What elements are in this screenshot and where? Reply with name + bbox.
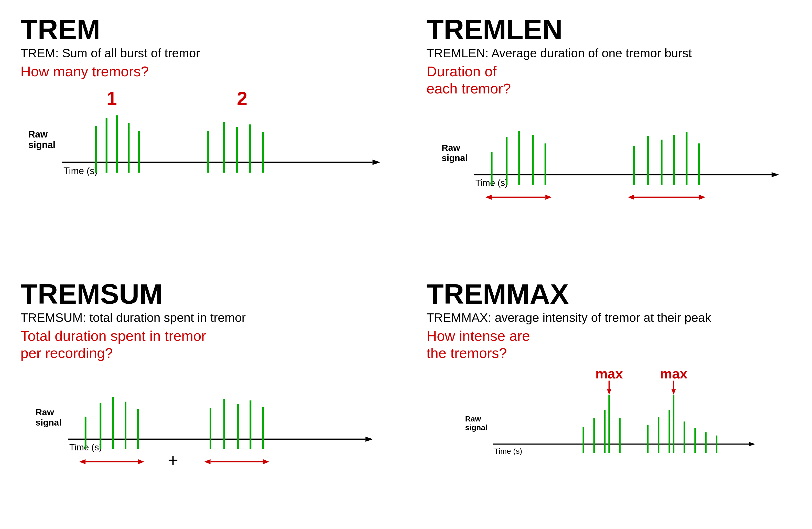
- svg-marker-60: [263, 459, 269, 464]
- svg-marker-42: [365, 437, 373, 442]
- svg-marker-59: [204, 459, 211, 464]
- svg-marker-37: [628, 195, 634, 200]
- svg-marker-66: [671, 389, 676, 395]
- main-grid: TREM TREM: Sum of all burst of tremor Ho…: [0, 0, 812, 529]
- tremsum-subtitle: TREMSUM: total duration spent in tremor: [20, 311, 386, 325]
- svg-marker-35: [545, 195, 551, 200]
- svg-marker-55: [79, 459, 86, 464]
- svg-text:+: +: [168, 450, 178, 470]
- tremsum-diagram: Raw signal Time (s): [20, 367, 386, 474]
- trem-diagram: 1 2 Raw signal Time (s): [20, 85, 386, 192]
- trem-title: TREM: [20, 15, 386, 44]
- tremmax-quadrant: TREMMAX TREMMAX: average intensity of tr…: [406, 264, 812, 529]
- tremmax-subtitle: TREMMAX: average intensity of tremor at …: [426, 311, 792, 325]
- svg-marker-38: [699, 195, 705, 200]
- svg-marker-56: [138, 459, 144, 464]
- tremlen-subtitle: TREMLEN: Average duration of one tremor …: [426, 46, 792, 60]
- svg-text:signal: signal: [35, 417, 62, 427]
- svg-text:signal: signal: [465, 423, 487, 432]
- svg-text:max: max: [660, 367, 687, 381]
- tremlen-title: TREMLEN: [426, 15, 792, 44]
- tremsum-question: Total duration spent in tremor per recor…: [20, 327, 386, 361]
- svg-text:Raw: Raw: [465, 415, 481, 423]
- svg-text:Raw: Raw: [441, 143, 460, 153]
- svg-marker-70: [749, 442, 755, 446]
- tremmax-title: TREMMAX: [426, 280, 792, 308]
- tremlen-quadrant: TREMLEN TREMLEN: Average duration of one…: [406, 0, 812, 264]
- trem-subtitle: TREM: Sum of all burst of tremor: [20, 46, 386, 60]
- svg-marker-5: [373, 160, 380, 165]
- tremlen-diagram: Raw signal Time (s): [426, 102, 792, 210]
- tremmax-diagram: max max Raw signal Time (s): [426, 367, 792, 474]
- svg-text:signal: signal: [28, 140, 56, 150]
- svg-text:Time (s): Time (s): [63, 166, 98, 176]
- svg-text:max: max: [595, 367, 623, 381]
- svg-marker-20: [771, 172, 779, 177]
- svg-text:Raw: Raw: [35, 408, 54, 417]
- trem-question: How many tremors?: [20, 63, 386, 80]
- svg-marker-63: [607, 389, 611, 395]
- tremsum-quadrant: TREMSUM TREMSUM: total duration spent in…: [0, 264, 406, 529]
- tremlen-question: Duration of each tremor?: [426, 63, 792, 97]
- trem-quadrant: TREM TREM: Sum of all burst of tremor Ho…: [0, 0, 406, 264]
- svg-marker-34: [485, 195, 491, 200]
- tremmax-question: How intense are the tremors?: [426, 327, 792, 361]
- svg-text:signal: signal: [441, 153, 467, 163]
- svg-text:1: 1: [106, 88, 117, 109]
- tremsum-title: TREMSUM: [20, 280, 386, 308]
- svg-text:Raw: Raw: [28, 129, 48, 140]
- svg-text:Time (s): Time (s): [494, 447, 522, 456]
- svg-text:2: 2: [237, 88, 247, 109]
